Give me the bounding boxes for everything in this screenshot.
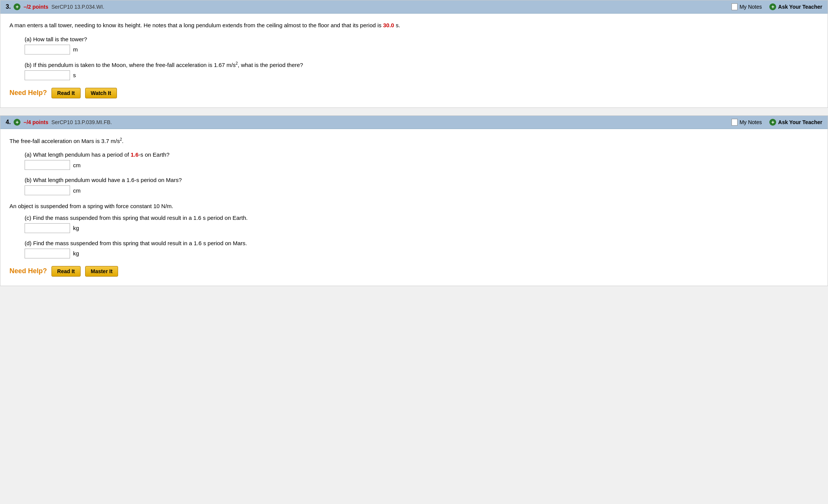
- q3-need-help-row: Need Help? Read It Watch It: [9, 88, 819, 98]
- q3-unit-b: s: [73, 72, 76, 78]
- ask-teacher-button-4[interactable]: + Ask Your Teacher: [769, 119, 822, 126]
- q4-read-it-button[interactable]: Read It: [51, 266, 81, 277]
- ask-teacher-plus-icon-4: +: [769, 119, 776, 126]
- plus-icon-4[interactable]: +: [14, 119, 20, 126]
- q4-body-text-2: An object is suspended from a spring wit…: [9, 202, 819, 211]
- header-right-4: My Notes + Ask Your Teacher: [732, 119, 822, 126]
- q3-sub-a: (a) How tall is the tower? m: [25, 36, 819, 54]
- q4-need-help-row: Need Help? Read It Master It: [9, 266, 819, 277]
- question-3-points: –/2 points: [23, 4, 48, 10]
- my-notes-button-4[interactable]: My Notes: [732, 119, 762, 126]
- q4-unit-b: cm: [73, 187, 81, 194]
- q4-sub-d-label: (d) Find the mass suspended from this sp…: [25, 240, 819, 246]
- q4-sub-d-input-row: kg: [25, 249, 819, 258]
- question-4: 4. + –/4 points SerCP10 13.P.039.MI.FB. …: [0, 115, 828, 286]
- question-3-text: A man enters a tall tower, needing to kn…: [9, 21, 819, 30]
- question-3-body: A man enters a tall tower, needing to kn…: [0, 14, 828, 107]
- q3-sub-b-input-row: s: [25, 70, 819, 80]
- q4-sub-c: (c) Find the mass suspended from this sp…: [25, 215, 819, 233]
- q4-body-text: The free-fall acceleration on Mars is 3.…: [9, 137, 819, 146]
- ask-teacher-label-3: Ask Your Teacher: [778, 4, 822, 10]
- q4-sub-d: (d) Find the mass suspended from this sp…: [25, 240, 819, 258]
- q4-sub-c-label: (c) Find the mass suspended from this sp…: [25, 215, 819, 221]
- q3-sub-b: (b) If this pendulum is taken to the Moo…: [25, 61, 819, 80]
- q3-body-text-1: A man enters a tall tower, needing to kn…: [9, 22, 381, 28]
- q4-highlight-a: 1.6: [131, 151, 139, 158]
- q4-answer-c[interactable]: [25, 223, 70, 233]
- q3-sub-a-input-row: m: [25, 45, 819, 54]
- question-4-id: SerCP10 13.P.039.MI.FB.: [51, 119, 112, 125]
- ask-teacher-plus-icon-3: +: [769, 3, 776, 10]
- q4-sub-a-label: (a) What length pendulum has a period of…: [25, 151, 819, 158]
- question-3: 3. + –/2 points SerCP10 13.P.034.WI. My …: [0, 0, 828, 108]
- plus-icon-3[interactable]: +: [14, 3, 20, 10]
- q3-need-help-label: Need Help?: [9, 89, 47, 97]
- q4-sub-a: (a) What length pendulum has a period of…: [25, 151, 819, 170]
- q4-master-it-button[interactable]: Master It: [85, 266, 118, 277]
- question-4-header: 4. + –/4 points SerCP10 13.P.039.MI.FB. …: [0, 116, 828, 129]
- q3-watch-it-button[interactable]: Watch It: [85, 88, 117, 98]
- q4-sub-c-input-row: kg: [25, 223, 819, 233]
- q3-answer-a[interactable]: [25, 45, 70, 54]
- q3-unit-a: m: [73, 46, 78, 53]
- header-left-3: 3. + –/2 points SerCP10 13.P.034.WI.: [6, 3, 104, 10]
- ask-teacher-label-4: Ask Your Teacher: [778, 119, 822, 125]
- q3-sub-a-label: (a) How tall is the tower?: [25, 36, 819, 42]
- q3-body-text-2: s.: [396, 22, 400, 28]
- q4-unit-c: kg: [73, 225, 79, 231]
- q4-unit-d: kg: [73, 250, 79, 257]
- q3-sub-b-label: (b) If this pendulum is taken to the Moo…: [25, 61, 819, 68]
- q4-answer-b[interactable]: [25, 185, 70, 195]
- q4-answer-d[interactable]: [25, 249, 70, 258]
- notes-icon-4: [732, 119, 738, 126]
- my-notes-label-4: My Notes: [739, 119, 762, 125]
- q4-sub-b: (b) What length pendulum would have a 1.…: [25, 177, 819, 195]
- notes-icon-3: [732, 3, 738, 10]
- header-right-3: My Notes + Ask Your Teacher: [732, 3, 822, 10]
- q4-sub-b-input-row: cm: [25, 185, 819, 195]
- ask-teacher-button-3[interactable]: + Ask Your Teacher: [769, 3, 822, 10]
- q4-unit-a: cm: [73, 162, 81, 168]
- q4-sub-a-input-row: cm: [25, 160, 819, 170]
- question-4-body: The free-fall acceleration on Mars is 3.…: [0, 129, 828, 286]
- q4-need-help-label: Need Help?: [9, 267, 47, 275]
- question-3-number: 3.: [6, 3, 11, 10]
- question-3-id: SerCP10 13.P.034.WI.: [51, 4, 104, 10]
- question-4-points: –/4 points: [23, 119, 48, 125]
- q3-read-it-button[interactable]: Read It: [51, 88, 81, 98]
- question-3-header: 3. + –/2 points SerCP10 13.P.034.WI. My …: [0, 0, 828, 14]
- q3-highlight: 30.0: [383, 22, 394, 28]
- q3-answer-b[interactable]: [25, 70, 70, 80]
- my-notes-label-3: My Notes: [739, 4, 762, 10]
- question-4-number: 4.: [6, 119, 11, 126]
- my-notes-button-3[interactable]: My Notes: [732, 3, 762, 10]
- q4-answer-a[interactable]: [25, 160, 70, 170]
- q4-sub-b-label: (b) What length pendulum would have a 1.…: [25, 177, 819, 183]
- header-left-4: 4. + –/4 points SerCP10 13.P.039.MI.FB.: [6, 119, 112, 126]
